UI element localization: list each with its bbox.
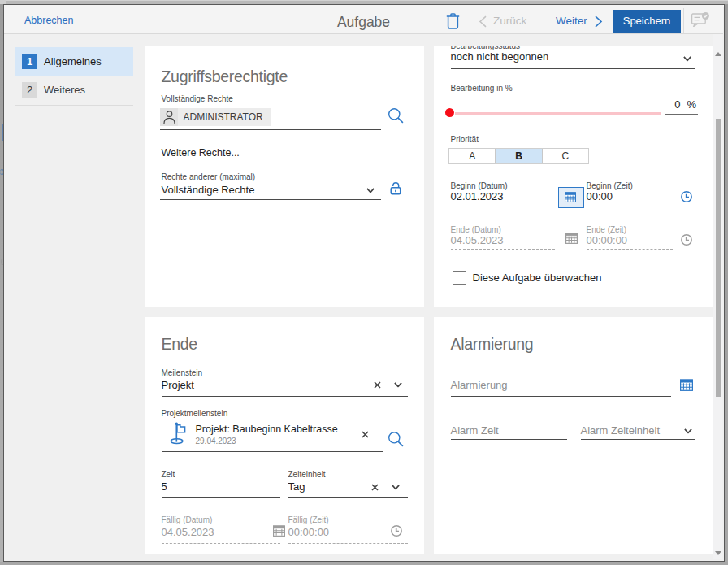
progress-value[interactable]: 0 [665, 98, 681, 111]
zeit-input[interactable]: 5 [162, 480, 167, 493]
card-ende: Ende Meilenstein Projekt Projektmeilenst… [145, 317, 424, 554]
chevron-down-icon[interactable] [366, 188, 375, 193]
sidebar-item-allgemeines[interactable]: 1 Allgemeines [15, 47, 133, 76]
milestone-flag-icon [170, 422, 186, 445]
chip-icon-box [160, 108, 178, 126]
field-underline [288, 497, 408, 498]
toolbar-divider [683, 8, 684, 33]
field-label: Bearbeitung in % [451, 84, 513, 93]
begin-date-calendar-button[interactable] [558, 187, 584, 208]
chevron-down-icon[interactable] [683, 56, 691, 62]
begin-date-input[interactable]: 02.01.2023 [451, 190, 504, 202]
clear-x-icon[interactable] [374, 381, 381, 389]
calendar-icon[interactable] [680, 379, 693, 391]
field-label: Ende (Zeit) [587, 225, 626, 234]
slider-track[interactable] [455, 112, 661, 115]
field-label: Fällig (Zeit) [288, 515, 329, 524]
priority-segment: A B C [448, 148, 589, 164]
next-button[interactable]: Weiter [556, 15, 587, 27]
chevron-down-icon[interactable] [392, 485, 400, 490]
backdrop-bottom [0, 562, 728, 565]
alarm-zeit-input-placeholder[interactable]: Alarm Zeit [451, 424, 499, 437]
step-number-badge: 1 [22, 54, 37, 69]
scroll-down-arrow[interactable] [715, 551, 722, 555]
due-time-input: 00:00:00 [288, 526, 330, 538]
field-label: Beginn (Zeit) [587, 181, 633, 190]
delete-icon[interactable] [446, 13, 460, 29]
priority-a[interactable]: A [449, 149, 496, 163]
sidebar-item-label: Allgemeines [44, 55, 102, 67]
unlock-icon[interactable] [390, 182, 403, 195]
form-scroll-viewport: Zugriffsberechtigte Vollständige Rechte … [145, 46, 713, 554]
alarmierung-input-placeholder[interactable]: Alarmierung [451, 379, 508, 391]
search-icon[interactable] [388, 108, 404, 124]
clock-icon[interactable] [681, 191, 692, 202]
card-alarmierung: Alarmierung Alarmierung Alarm Zeit Alarm… [434, 317, 713, 554]
calendar-icon [566, 233, 578, 244]
backdrop-right [725, 4, 728, 565]
field-underline-disabled [451, 249, 555, 250]
chevron-down-icon[interactable] [394, 382, 402, 388]
scroll-up-arrow[interactable] [715, 52, 722, 56]
field-underline [451, 439, 567, 440]
clear-x-icon[interactable] [371, 484, 379, 491]
begin-time-input[interactable]: 00:00 [587, 190, 613, 202]
priority-c[interactable]: C [543, 149, 588, 163]
clock-icon [391, 525, 402, 537]
field-label: Rechte anderer (maximal) [162, 172, 256, 181]
clear-x-icon[interactable] [362, 431, 369, 438]
card-zugriffsberechtigte: Zugriffsberechtigte Vollständige Rechte … [145, 46, 424, 307]
end-date-input: 04.05.2023 [451, 234, 504, 246]
zeiteinheit-select-value[interactable]: Tag [288, 480, 306, 493]
field-underline [160, 199, 381, 200]
field-underline-disabled [288, 543, 408, 544]
due-date-input: 04.05.2023 [162, 526, 214, 538]
user-chip[interactable]: ADMINISTRATOR [160, 108, 271, 126]
status-select-value[interactable]: noch nicht begonnen [451, 50, 549, 63]
max-rights-select-value[interactable]: Vollständige Rechte [162, 184, 255, 196]
save-button[interactable]: Speichern [613, 10, 681, 33]
priority-b[interactable]: B [496, 149, 542, 163]
slider-handle[interactable] [445, 108, 454, 117]
field-underline-disabled [587, 249, 673, 250]
field-label: Priorität [451, 135, 479, 144]
scrollbar-thumb[interactable] [716, 119, 722, 397]
monitor-checkbox[interactable] [453, 271, 466, 285]
monitor-checkbox-label[interactable]: Diese Aufgabe überwachen [473, 272, 602, 284]
task-dialog: Abbrechen Aufgabe Zurück Weiter Speicher… [3, 4, 725, 562]
field-label: Zeiteinheit [288, 470, 326, 479]
field-underline [587, 206, 673, 206]
card-heading: Ende [162, 335, 197, 354]
field-underline [581, 439, 696, 440]
field-underline-disabled [162, 543, 280, 544]
field-label: Zeit [162, 470, 176, 479]
progress-underline [665, 114, 698, 115]
chevron-down-icon[interactable] [684, 428, 692, 434]
milestone-select-value[interactable]: Projekt [162, 379, 194, 391]
search-icon[interactable] [388, 432, 404, 447]
feedback-bubble-icon[interactable] [691, 12, 709, 27]
clock-icon [681, 234, 692, 246]
field-underline [160, 129, 381, 130]
vertical-scrollbar[interactable] [713, 34, 722, 559]
clipped-field-underline [159, 54, 408, 54]
project-milestone-title[interactable]: Projekt: Baubeginn Kabeltrasse [196, 424, 338, 435]
next-chevron-icon [595, 15, 603, 28]
alarm-zeiteinheit-placeholder[interactable]: Alarm Zeiteinheit [581, 424, 661, 437]
field-label: Bearbeitungsstatus [451, 46, 521, 50]
field-label: Fällig (Datum) [162, 515, 213, 524]
field-underline [451, 206, 555, 206]
card-bearbeitungsstatus: Bearbeitungsstatus noch nicht begonnen B… [434, 46, 713, 307]
back-button[interactable]: Zurück [493, 15, 526, 27]
sidebar-item-weiteres[interactable]: 2 Weiteres [15, 76, 133, 105]
field-underline [451, 396, 671, 397]
project-milestone-date: 29.04.2023 [196, 437, 236, 445]
field-label: Beginn (Datum) [451, 181, 508, 190]
back-chevron-icon [479, 15, 487, 28]
field-underline [162, 451, 384, 452]
calendar-icon [273, 525, 285, 537]
more-rights-link[interactable]: Weitere Rechte... [162, 147, 240, 159]
field-underline [451, 68, 696, 69]
field-label: Vollständige Rechte [162, 94, 233, 103]
card-heading: Alarmierung [451, 335, 534, 354]
